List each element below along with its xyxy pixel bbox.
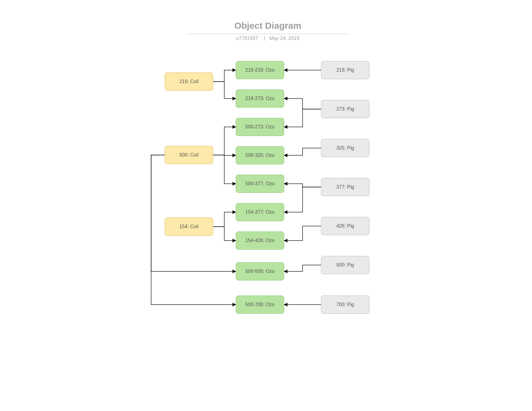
ozo-node-500-700: 500-700: Ozo xyxy=(236,296,284,314)
pig-node-219: 219: Pig xyxy=(321,61,369,79)
coil-node-label: 154: Coil xyxy=(179,224,198,229)
ozo-node-label: 154-377: Ozo xyxy=(245,209,275,215)
ozo-node-label: 500-700: Ozo xyxy=(245,302,275,307)
ozo-node-219-219: 219-219: Ozo xyxy=(236,61,284,79)
ozo-node-label: 154-426: Ozo xyxy=(245,238,275,243)
pig-node-700: 700: Pig xyxy=(321,296,369,314)
diagram-date: May 24, 2019 xyxy=(269,36,299,41)
pig-node-273: 273: Pig xyxy=(321,100,369,118)
pig-node-500: 500: Pig xyxy=(321,256,369,274)
ozo-node-500-500: 500-500: Ozo xyxy=(236,262,284,280)
coil-node-500: 500: Coil xyxy=(165,146,213,164)
diagram-id: o7761987 xyxy=(236,36,258,41)
coil-node-label: 500: Coil xyxy=(179,152,198,158)
pig-node-325: 325: Pig xyxy=(321,139,369,157)
pig-node-label: 219: Pig xyxy=(336,67,354,73)
pig-node-label: 700: Pig xyxy=(336,302,354,307)
ozo-node-label: 219-273: Ozo xyxy=(245,96,275,101)
diagram-canvas: Object Diagram o7761987 | May 24, 2019 2… xyxy=(0,0,532,411)
ozo-node-label: 500-500: Ozo xyxy=(245,269,275,274)
ozo-node-219-273: 219-273: Ozo xyxy=(236,89,284,108)
title-divider xyxy=(186,34,349,34)
coil-node-label: 219: Coil xyxy=(179,79,198,84)
ozo-node-500-377: 500-377: Ozo xyxy=(236,175,284,193)
pig-node-label: 500: Pig xyxy=(336,262,354,268)
pig-node-377: 377: Pig xyxy=(321,178,369,196)
ozo-node-500-325: 500-325: Ozo xyxy=(236,146,284,164)
pig-node-label: 377: Pig xyxy=(336,184,354,190)
ozo-node-label: 500-273: Ozo xyxy=(245,124,275,130)
diagram-subtitle: o7761987 | May 24, 2019 xyxy=(186,36,349,41)
pig-node-label: 426: Pig xyxy=(336,223,354,229)
coil-node-219: 219: Coil xyxy=(165,73,213,91)
pig-node-label: 325: Pig xyxy=(336,145,354,151)
coil-node-154: 154: Coil xyxy=(165,218,213,236)
diagram-title: Object Diagram xyxy=(186,21,349,31)
ozo-node-154-377: 154-377: Ozo xyxy=(236,203,284,221)
ozo-node-500-273: 500-273: Ozo xyxy=(236,118,284,136)
ozo-node-label: 500-377: Ozo xyxy=(245,181,275,186)
ozo-node-label: 219-219: Ozo xyxy=(245,67,275,73)
subtitle-separator: | xyxy=(264,36,265,41)
pig-node-label: 273: Pig xyxy=(336,106,354,112)
ozo-node-label: 500-325: Ozo xyxy=(245,153,275,158)
ozo-node-154-426: 154-426: Ozo xyxy=(236,231,284,250)
pig-node-426: 426: Pig xyxy=(321,217,369,235)
